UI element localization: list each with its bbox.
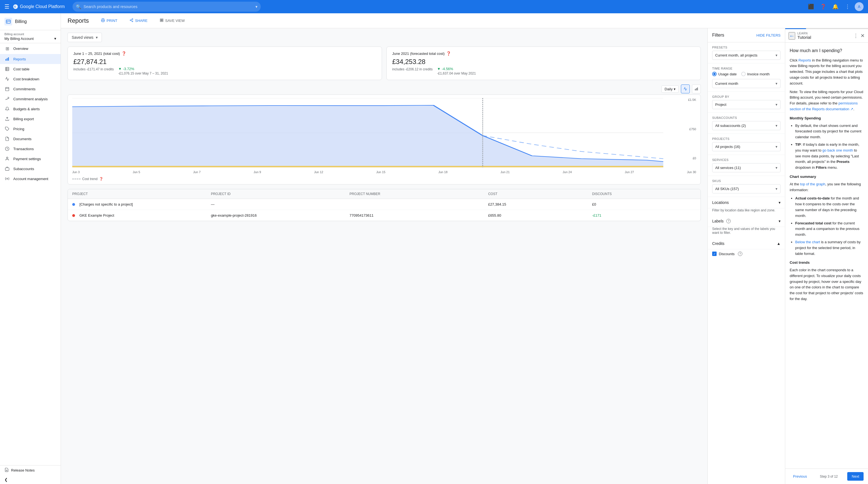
- tutorial-title-group: LEARN Tutorial: [798, 32, 811, 39]
- sidebar-item-reports[interactable]: Reports: [0, 54, 61, 64]
- notifications-icon[interactable]: 🔔: [830, 2, 840, 11]
- sidebar-item-account-management[interactable]: Account management: [0, 174, 61, 184]
- tutorial-header-right: ⋮ ✕: [853, 33, 865, 39]
- current-month-select[interactable]: Current month ▾: [712, 79, 780, 88]
- actual-help-icon[interactable]: ❓: [122, 51, 126, 56]
- invoice-month-option[interactable]: Invoice month: [741, 72, 770, 76]
- avatar[interactable]: A: [855, 2, 864, 11]
- discounts-checkbox[interactable]: ✓: [712, 252, 717, 256]
- sidebar-item-documents[interactable]: Documents: [0, 134, 61, 144]
- tutorial-below-chart-link[interactable]: Below the chart: [795, 240, 820, 244]
- search-input[interactable]: [84, 4, 253, 9]
- daily-select[interactable]: Daily ▾: [661, 85, 679, 93]
- sidebar-item-label: Reports: [13, 57, 26, 61]
- tutorial-go-back-link[interactable]: go back one month: [822, 148, 853, 152]
- subaccounts-value: All subaccounts (2): [715, 123, 746, 128]
- skus-select[interactable]: All SKUs (157) ▾: [712, 184, 780, 193]
- tutorial-previous-button[interactable]: Previous: [790, 473, 810, 480]
- svg-point-27: [132, 19, 133, 20]
- search-dropdown-arrow[interactable]: ▾: [255, 4, 257, 9]
- cost-trend-help-icon[interactable]: ❓: [99, 177, 103, 181]
- svg-rect-35: [696, 88, 697, 90]
- tutorial-menu-icon[interactable]: ⋮: [853, 33, 858, 39]
- sidebar-item-payment-settings[interactable]: Payment settings: [0, 154, 61, 164]
- sidebar-item-cost-table[interactable]: Cost table: [0, 64, 61, 74]
- forecast-help-icon[interactable]: ❓: [446, 51, 451, 56]
- credits-section[interactable]: Credits ▲: [708, 238, 785, 249]
- hide-filters-button[interactable]: HIDE FILTERS: [756, 33, 780, 37]
- col-header-cost: Cost: [488, 192, 592, 196]
- sidebar-item-budgets-alerts[interactable]: Budgets & alerts: [0, 104, 61, 114]
- check-icon: ✓: [713, 252, 716, 256]
- services-select[interactable]: All services (11) ▾: [712, 163, 780, 172]
- projects-value: All projects (16): [715, 145, 740, 149]
- line-chart-button[interactable]: [681, 85, 690, 93]
- sidebar-item-overview[interactable]: ⊞ Overview: [0, 43, 61, 54]
- sidebar-item-subaccounts[interactable]: Subaccounts: [0, 164, 61, 174]
- invoice-month-radio[interactable]: [741, 72, 746, 76]
- svg-rect-12: [5, 88, 9, 91]
- presets-value: Current month, all projects: [715, 53, 757, 57]
- sidebar-item-label: Commitment analysis: [13, 97, 48, 101]
- chart-summary-title: Chart summary: [790, 174, 864, 180]
- services-label: Services: [712, 158, 780, 162]
- discounts-help-icon[interactable]: ?: [738, 252, 742, 256]
- tutorial-next-button[interactable]: Next: [847, 472, 864, 481]
- chart-controls: Daily ▾: [67, 85, 701, 93]
- billing-account-select[interactable]: My Billing Account ▾: [4, 36, 56, 41]
- sidebar-item-commitment-analysis[interactable]: Commitment analysis: [0, 94, 61, 104]
- labels-help-icon[interactable]: ?: [726, 219, 731, 223]
- project-name-cell: [Charges not specific to a project]: [72, 202, 211, 206]
- list-item: Forecasted total cost for the current mo…: [795, 221, 864, 238]
- tutorial-reports-link[interactable]: Reports: [799, 58, 811, 62]
- sidebar-item-cost-breakdown[interactable]: Cost breakdown: [0, 74, 61, 84]
- projects-select[interactable]: All projects (16) ▾: [712, 142, 780, 151]
- cloud-shell-icon[interactable]: ⬛: [806, 2, 816, 11]
- top-navigation: ☰ G Google Cloud Platform 🔍 ▾ ⬛ ❓ 🔔 ⋮ A: [0, 0, 868, 13]
- group-by-select[interactable]: Project ▾: [712, 100, 780, 109]
- page-title: Reports: [67, 17, 89, 24]
- labels-section[interactable]: Labels ? ▾: [708, 216, 785, 227]
- tutorial-top-graph-link[interactable]: top of the graph: [800, 182, 826, 186]
- help-icon[interactable]: ❓: [818, 2, 828, 11]
- share-button[interactable]: SHARE: [126, 17, 151, 25]
- presets-section: Presets Current month, all projects ▾: [708, 42, 785, 63]
- project-dot-blue: [72, 203, 75, 206]
- subaccounts-select[interactable]: All subaccounts (2) ▾: [712, 121, 780, 130]
- svg-rect-26: [102, 21, 104, 22]
- sidebar-collapse-button[interactable]: ❮: [0, 475, 61, 484]
- projects-arrow-icon: ▾: [776, 145, 777, 149]
- tutorial-back-button[interactable]: ←: [788, 32, 795, 39]
- saved-views-dropdown[interactable]: Saved views ▾: [67, 33, 102, 42]
- svg-rect-4: [7, 22, 8, 23]
- filters-title: Filters: [712, 33, 724, 38]
- sidebar-item-commitments[interactable]: Commitments: [0, 84, 61, 94]
- presets-select[interactable]: Current month, all projects ▾: [712, 51, 780, 60]
- usage-date-option[interactable]: Usage date: [712, 72, 737, 76]
- tutorial-permissions-link[interactable]: permissions section of the Reports docum…: [790, 101, 858, 111]
- sidebar-footer[interactable]: Release Notes: [0, 465, 61, 475]
- skus-section: SKUs All SKUs (157) ▾: [708, 176, 785, 197]
- bar-chart-button[interactable]: [692, 85, 701, 93]
- x-label: Jun 27: [625, 170, 634, 174]
- tutorial-close-icon[interactable]: ✕: [861, 33, 865, 39]
- hamburger-menu[interactable]: ☰: [4, 3, 9, 10]
- services-arrow-icon: ▾: [776, 166, 777, 170]
- more-options-icon[interactable]: ⋮: [842, 2, 852, 11]
- usage-date-radio[interactable]: [712, 72, 717, 76]
- sidebar-item-transactions[interactable]: Transactions: [0, 144, 61, 154]
- locations-section[interactable]: Locations ▾: [708, 197, 785, 208]
- svg-rect-6: [7, 58, 8, 61]
- search-bar[interactable]: 🔍 ▾: [72, 2, 261, 11]
- print-button[interactable]: PRINT: [98, 17, 121, 25]
- monthly-spending-title: Monthly Spending: [790, 116, 864, 121]
- save-view-button[interactable]: SAVE VIEW: [156, 17, 188, 25]
- svg-text:G: G: [14, 5, 16, 8]
- sidebar-item-billing-export[interactable]: Billing export: [0, 114, 61, 124]
- down-arrow-icon2: ▼: [437, 67, 441, 71]
- sidebar-item-pricing[interactable]: Pricing: [0, 124, 61, 134]
- svg-rect-36: [697, 88, 698, 91]
- project-id-cell: —: [211, 202, 349, 206]
- x-label: Jun 12: [314, 170, 323, 174]
- sidebar-header: Billing: [0, 13, 61, 30]
